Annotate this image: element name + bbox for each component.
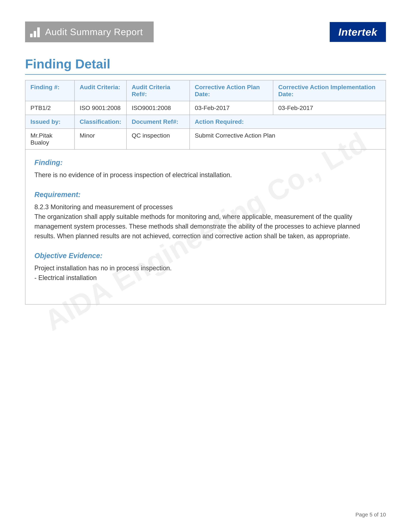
intertek-logo: Intertek xyxy=(330,22,386,42)
classification-header: Classification: xyxy=(75,115,126,129)
table-header-row-1: Finding #: Audit Criteria: Audit Criteri… xyxy=(25,80,386,101)
finding-section: Finding: There is no evidence of in proc… xyxy=(34,159,377,180)
page-number: Page 5 of 10 xyxy=(355,512,386,518)
corrective-action-plan-date-value: 03-Feb-2017 xyxy=(190,101,273,115)
action-required-value: Submit Corrective Action Plan xyxy=(190,129,386,149)
finding-table: Finding #: Audit Criteria: Audit Criteri… xyxy=(25,80,386,150)
requirement-text: 8.2.3 Monitoring and measurement of proc… xyxy=(34,202,377,241)
action-required-header: Action Required: xyxy=(190,115,386,129)
section-title: Finding Detail xyxy=(25,57,386,75)
page: Audit Summary Report Intertek Finding De… xyxy=(0,0,411,532)
document-ref-value: QC inspection xyxy=(126,129,189,149)
report-title: Audit Summary Report xyxy=(45,27,143,37)
audit-criteria-value: ISO 9001:2008 xyxy=(75,101,126,115)
issued-by-header: Issued by: xyxy=(25,115,75,129)
audit-criteria-header: Audit Criteria: xyxy=(75,80,126,101)
requirement-label: Requirement: xyxy=(34,190,377,199)
document-ref-header: Document Ref#: xyxy=(126,115,189,129)
issued-by-value: Mr.Pitak Bualoy xyxy=(25,129,75,149)
audit-criteria-ref-value: ISO9001:2008 xyxy=(126,101,189,115)
finding-text: There is no evidence of in process inspe… xyxy=(34,170,377,180)
table-value-row-1: PTB1/2 ISO 9001:2008 ISO9001:2008 03-Feb… xyxy=(25,101,386,115)
objective-evidence-section: Objective Evidence: Project installation… xyxy=(34,252,377,283)
requirement-section: Requirement: 8.2.3 Monitoring and measur… xyxy=(34,190,377,241)
header-banner: Audit Summary Report xyxy=(25,21,154,42)
audit-criteria-ref-header: Audit Criteria Ref#: xyxy=(126,80,189,101)
corrective-action-plan-date-header: Corrective Action Plan Date: xyxy=(190,80,273,101)
classification-value: Minor xyxy=(75,129,126,149)
objective-evidence-text: Project installation has no in process i… xyxy=(34,263,377,283)
bar-chart-icon xyxy=(30,27,40,37)
table-header-row-2: Issued by: Classification: Document Ref#… xyxy=(25,115,386,129)
corrective-action-impl-date-header: Corrective Action Implementation Date: xyxy=(273,80,386,101)
corrective-action-impl-date-value: 03-Feb-2017 xyxy=(273,101,386,115)
finding-number-value: PTB1/2 xyxy=(25,101,75,115)
finding-label: Finding: xyxy=(34,159,377,167)
objective-evidence-label: Objective Evidence: xyxy=(34,252,377,260)
header: Audit Summary Report Intertek xyxy=(25,21,386,42)
finding-number-header: Finding #: xyxy=(25,80,75,101)
content-area: Finding: There is no evidence of in proc… xyxy=(25,150,386,304)
table-value-row-2: Mr.Pitak Bualoy Minor QC inspection Subm… xyxy=(25,129,386,149)
